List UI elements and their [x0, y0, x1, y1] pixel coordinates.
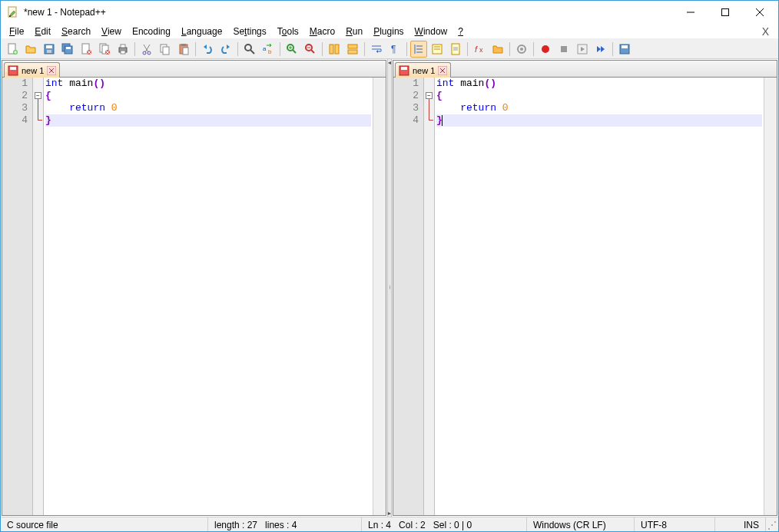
play-multi-icon[interactable]: [592, 41, 609, 58]
sync-v-icon[interactable]: [326, 41, 343, 58]
paste-icon[interactable]: [175, 41, 192, 58]
vertical-scrollbar[interactable]: [764, 78, 777, 515]
svg-point-30: [143, 51, 146, 55]
fold-corner: [429, 117, 433, 121]
indent-guide-icon[interactable]: [410, 41, 427, 58]
toolbar-separator: [134, 42, 135, 56]
tab-close-icon[interactable]: [438, 66, 447, 75]
editor-left[interactable]: 1234 − int main(){ return 0}: [2, 78, 386, 515]
maximize-button[interactable]: [708, 2, 742, 24]
user-lang-icon[interactable]: [429, 41, 446, 58]
show-all-chars-icon[interactable]: ¶: [386, 41, 403, 58]
pane-splitter[interactable]: ◄ ······ ►: [387, 59, 392, 517]
svg-rect-35: [181, 44, 186, 46]
toolbar-separator: [467, 42, 468, 56]
menu-help[interactable]: ?: [452, 25, 469, 38]
new-file-icon[interactable]: [4, 41, 21, 58]
menu-run[interactable]: Run: [340, 25, 368, 38]
func-list-icon[interactable]: fx: [471, 41, 488, 58]
svg-text:f: f: [475, 45, 478, 54]
save-macro-icon[interactable]: [616, 41, 633, 58]
tab-bar-right: new 1: [393, 61, 777, 78]
open-file-icon[interactable]: [22, 41, 39, 58]
close-all-icon[interactable]: [96, 41, 113, 58]
status-length-lines: length : 27 lines : 4: [208, 517, 362, 532]
monitor-icon[interactable]: [513, 41, 530, 58]
svg-text:¶: ¶: [391, 44, 396, 55]
svg-line-42: [293, 50, 296, 53]
status-position: Ln : 4 Col : 2 Sel : 0 | 0: [362, 517, 527, 532]
replace-icon[interactable]: ab: [260, 41, 277, 58]
menu-file[interactable]: File: [4, 25, 29, 38]
cut-icon[interactable]: [138, 41, 155, 58]
editor-right[interactable]: 1234 − int main(){ return 0}: [393, 78, 777, 515]
svg-text:b: b: [268, 48, 272, 55]
menu-search[interactable]: Search: [56, 25, 96, 38]
code-area-right[interactable]: int main(){ return 0}: [435, 78, 764, 515]
fold-toggle-icon[interactable]: −: [426, 92, 433, 99]
status-encoding[interactable]: UTF-8: [635, 517, 715, 532]
svg-rect-79: [401, 67, 407, 70]
status-insert[interactable]: INS: [715, 517, 766, 532]
svg-rect-51: [348, 50, 357, 54]
print-icon[interactable]: [114, 41, 131, 58]
minimize-button[interactable]: [673, 2, 708, 24]
sync-h-icon[interactable]: [344, 41, 361, 58]
zoom-out-icon[interactable]: [302, 41, 319, 58]
menu-bar: File Edit Search View Encoding Language …: [1, 24, 778, 39]
svg-rect-11: [46, 45, 52, 48]
fold-gutter: −: [33, 78, 44, 515]
menu-window[interactable]: Window: [409, 25, 453, 38]
tab-new1-left[interactable]: new 1: [4, 62, 60, 78]
toolbar: ab ¶ fx: [1, 39, 778, 59]
tab-new1-right[interactable]: new 1: [395, 62, 451, 78]
vertical-scrollbar[interactable]: [373, 78, 386, 515]
svg-rect-69: [561, 46, 567, 52]
fold-corner: [38, 117, 42, 121]
svg-rect-27: [121, 51, 125, 54]
zoom-in-icon[interactable]: [283, 41, 300, 58]
svg-rect-1: [9, 15, 11, 17]
menu-tools[interactable]: Tools: [272, 25, 304, 38]
splitter-arrow-right-icon: ►: [387, 511, 393, 516]
fold-line: [38, 99, 38, 117]
close-file-icon[interactable]: [78, 41, 94, 58]
redo-icon[interactable]: [217, 41, 234, 58]
toolbar-separator: [364, 42, 365, 56]
status-bar: C source file length : 27 lines : 4 Ln :…: [1, 517, 778, 532]
record-macro-icon[interactable]: [537, 41, 554, 58]
word-wrap-icon[interactable]: [368, 41, 385, 58]
splitter-arrow-left-icon: ◄: [387, 60, 393, 65]
toolbar-separator: [322, 42, 323, 56]
line-number-gutter: 1234: [2, 78, 33, 515]
unsaved-file-icon: [399, 65, 409, 76]
toolbar-separator: [195, 42, 196, 56]
undo-icon[interactable]: [199, 41, 216, 58]
resize-grip-icon[interactable]: ⋰: [766, 520, 778, 530]
menu-encoding[interactable]: Encoding: [127, 25, 176, 38]
save-all-icon[interactable]: [59, 41, 76, 58]
toolbar-separator: [509, 42, 510, 56]
tab-close-icon[interactable]: [47, 66, 56, 75]
play-macro-icon[interactable]: [574, 41, 591, 58]
copy-icon[interactable]: [157, 41, 174, 58]
code-area-left[interactable]: int main(){ return 0}: [44, 78, 373, 515]
stop-macro-icon[interactable]: [555, 41, 572, 58]
doc-map-icon[interactable]: [447, 41, 464, 58]
menu-view[interactable]: View: [96, 25, 127, 38]
menu-language[interactable]: Language: [176, 25, 227, 38]
editor-pane-left: new 1 1234 − int main(){ return 0}: [2, 60, 386, 516]
menu-plugins[interactable]: Plugins: [368, 25, 409, 38]
save-icon[interactable]: [41, 41, 58, 58]
status-eol[interactable]: Windows (CR LF): [527, 517, 635, 532]
close-button[interactable]: [742, 2, 777, 24]
svg-point-37: [245, 45, 251, 51]
menu-settings[interactable]: Settings: [227, 25, 271, 38]
tab-label: new 1: [413, 66, 435, 75]
menu-macro[interactable]: Macro: [304, 25, 340, 38]
menu-edit[interactable]: Edit: [29, 25, 56, 38]
fold-toggle-icon[interactable]: −: [35, 92, 41, 99]
find-icon[interactable]: [241, 41, 258, 58]
folder-workspace-icon[interactable]: [489, 41, 506, 58]
mdi-close-icon[interactable]: X: [756, 25, 775, 38]
